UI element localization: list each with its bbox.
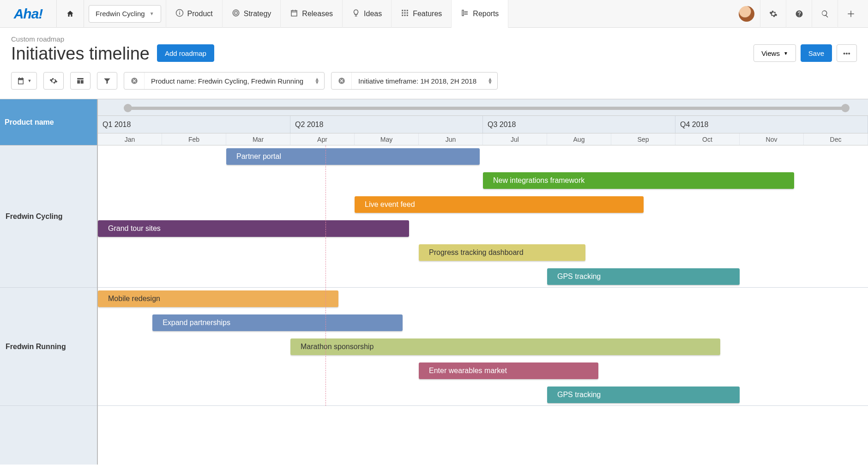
svg-rect-7 (402, 12, 403, 13)
gear-icon (49, 77, 58, 85)
filter-timeframe-label: Initiative timeframe: 1H 2018, 2H 2018 (352, 77, 483, 85)
month-cell: Sep (611, 133, 675, 145)
timeline-right-column: Q1 2018Q2 2018Q3 2018Q4 2018 JanFebMarAp… (98, 99, 868, 465)
configure-button[interactable] (43, 72, 64, 90)
svg-rect-10 (402, 14, 403, 16)
nav-reports[interactable]: Reports (451, 0, 508, 28)
gantt-bar[interactable]: New integrations framework (483, 172, 794, 189)
month-cell: Mar (226, 133, 290, 145)
bulb-icon (352, 9, 360, 19)
filter-product[interactable]: Product name: Fredwin Cycling, Fredwin R… (124, 72, 325, 90)
nav-features[interactable]: Features (391, 0, 451, 28)
timeline-left-column: Product name Fredwin CyclingFredwin Runn… (0, 99, 98, 465)
slider-handle-left[interactable] (124, 104, 132, 112)
brand-logo[interactable]: Aha! (0, 6, 56, 22)
nav-label: Strategy (244, 10, 271, 18)
caret-down-icon: ▼ (28, 78, 32, 83)
views-button[interactable]: Views ▼ (753, 44, 796, 62)
more-button[interactable]: ••• (837, 44, 857, 62)
top-nav: Aha! Fredwin Cycling ▼ ProductStrategyRe… (0, 0, 868, 28)
filter-icon (103, 77, 111, 85)
quarter-row: Q1 2018Q2 2018Q3 2018Q4 2018 (98, 116, 868, 133)
quarter-cell: Q4 2018 (675, 116, 868, 133)
month-cell: May (355, 133, 419, 145)
month-cell: Jan (98, 133, 162, 145)
close-circle-icon (338, 77, 346, 85)
nav-releases[interactable]: Releases (280, 0, 342, 28)
gantt-lane: Mobile redesignExpand partnershipsMarath… (98, 288, 868, 406)
gantt-bar[interactable]: GPS tracking (547, 268, 740, 285)
caret-down-icon: ▼ (150, 11, 154, 16)
nav-ideas[interactable]: Ideas (342, 0, 391, 28)
month-row: JanFebMarAprMayJunJulAugSepOctNovDec (98, 133, 868, 145)
gantt-bar[interactable]: Marathon sponsorship (290, 338, 720, 355)
add-roadmap-button[interactable]: Add roadmap (157, 44, 214, 62)
slider-track-line (126, 107, 848, 110)
nav-label: Product (187, 10, 213, 18)
calendar-icon (290, 9, 298, 19)
search-button[interactable] (812, 0, 838, 28)
target-icon (232, 9, 240, 19)
main-nav: ProductStrategyReleasesIdeasFeaturesRepo… (166, 0, 509, 28)
month-cell: Aug (547, 133, 611, 145)
clear-filter-product[interactable] (124, 72, 145, 89)
gantt-bar[interactable]: Expand partnerships (152, 314, 403, 331)
date-range-button[interactable]: ▼ (11, 72, 37, 90)
calendar-icon (17, 77, 25, 85)
nav-label: Features (413, 10, 442, 18)
views-button-label: Views (761, 49, 780, 57)
gantt-bar[interactable]: Mobile redesign (98, 290, 338, 307)
nav-strategy[interactable]: Strategy (222, 0, 281, 28)
product-selector[interactable]: Fredwin Cycling ▼ (89, 5, 161, 23)
gantt-bar[interactable]: Partner portal (226, 148, 480, 165)
gantt-lanes: Partner portalNew integrations framework… (98, 145, 868, 406)
month-cell: Jul (483, 133, 547, 145)
avatar[interactable] (739, 6, 754, 22)
filter-product-label: Product name: Fredwin Cycling, Fredwin R… (145, 77, 310, 85)
gantt-bar[interactable]: GPS tracking (547, 386, 740, 403)
page-title: Initiatives timeline (11, 44, 150, 64)
month-cell: Oct (675, 133, 740, 145)
settings-button[interactable] (760, 0, 786, 28)
right-nav (733, 0, 868, 28)
close-circle-icon (130, 77, 139, 85)
save-button[interactable]: Save (801, 44, 832, 62)
sort-arrows-icon: ▲▼ (310, 78, 324, 84)
svg-rect-6 (407, 10, 408, 11)
svg-rect-8 (404, 12, 406, 13)
clear-filter-timeframe[interactable] (332, 72, 352, 89)
sort-arrows-icon: ▲▼ (483, 78, 497, 84)
table-icon (76, 77, 84, 85)
slider-handle-right[interactable] (841, 104, 850, 112)
svg-rect-9 (407, 12, 408, 13)
toolbar: ▼ Product name: Fredwin Cycling, Fredwin… (0, 70, 868, 99)
layout-button[interactable] (70, 72, 90, 90)
nav-label: Reports (473, 10, 499, 18)
quarter-cell: Q1 2018 (98, 116, 290, 133)
filter-timeframe[interactable]: Initiative timeframe: 1H 2018, 2H 2018 ▲… (331, 72, 498, 90)
svg-rect-12 (407, 14, 408, 16)
gantt-bar[interactable]: Enter wearables market (419, 362, 598, 379)
add-button[interactable] (838, 0, 863, 28)
timeline: Product name Fredwin CyclingFredwin Runn… (0, 99, 868, 465)
page-header: Custom roadmap Initiatives timeline Add … (0, 28, 868, 70)
help-button[interactable] (786, 0, 812, 28)
gantt-bar[interactable]: Progress tracking dashboard (419, 244, 585, 261)
product-row-label[interactable]: Fredwin Running (0, 288, 97, 406)
home-button[interactable] (56, 0, 84, 28)
month-cell: Apr (290, 133, 355, 145)
filter-button[interactable] (97, 72, 117, 90)
zoom-slider[interactable] (98, 99, 868, 116)
breadcrumb: Custom roadmap (11, 35, 150, 43)
month-cell: Nov (740, 133, 804, 145)
home-icon (66, 10, 74, 18)
product-selector-label: Fredwin Cycling (96, 10, 145, 18)
help-icon (795, 10, 803, 18)
product-row-label[interactable]: Fredwin Cycling (0, 145, 97, 288)
gantt-bar[interactable]: Live event feed (355, 196, 644, 213)
gantt-bar[interactable]: Grand tour sites (98, 220, 409, 237)
nav-product[interactable]: Product (166, 0, 222, 28)
quarter-cell: Q2 2018 (290, 116, 483, 133)
month-cell: Feb (162, 133, 226, 145)
info-icon (175, 9, 184, 19)
